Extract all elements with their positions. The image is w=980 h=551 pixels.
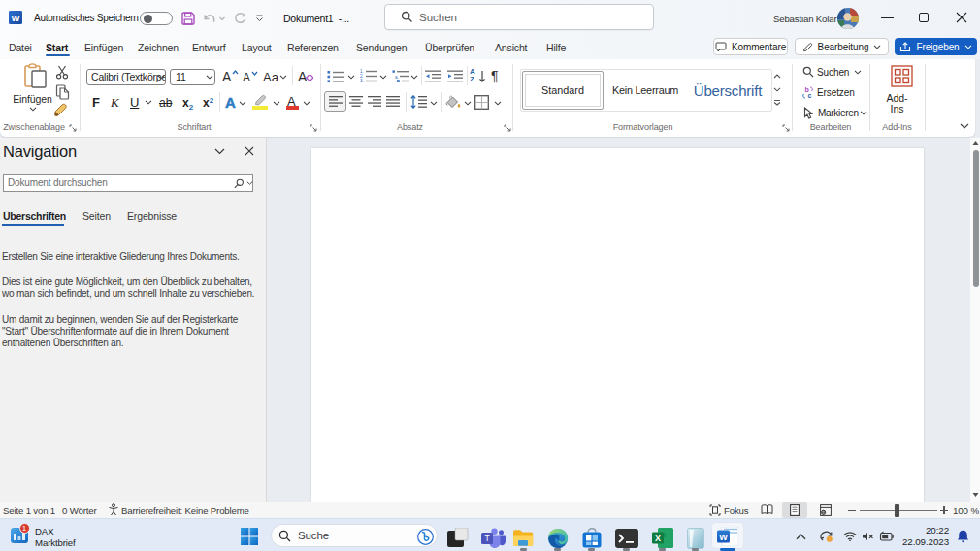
svg-text:W: W [719,533,728,542]
svg-text:c: c [808,92,812,99]
svg-text:a.: a. [395,75,399,80]
svg-text:3.: 3. [360,79,364,83]
svg-text:T: T [484,534,489,543]
svg-text:X: X [655,534,661,543]
svg-text:W: W [12,13,20,23]
